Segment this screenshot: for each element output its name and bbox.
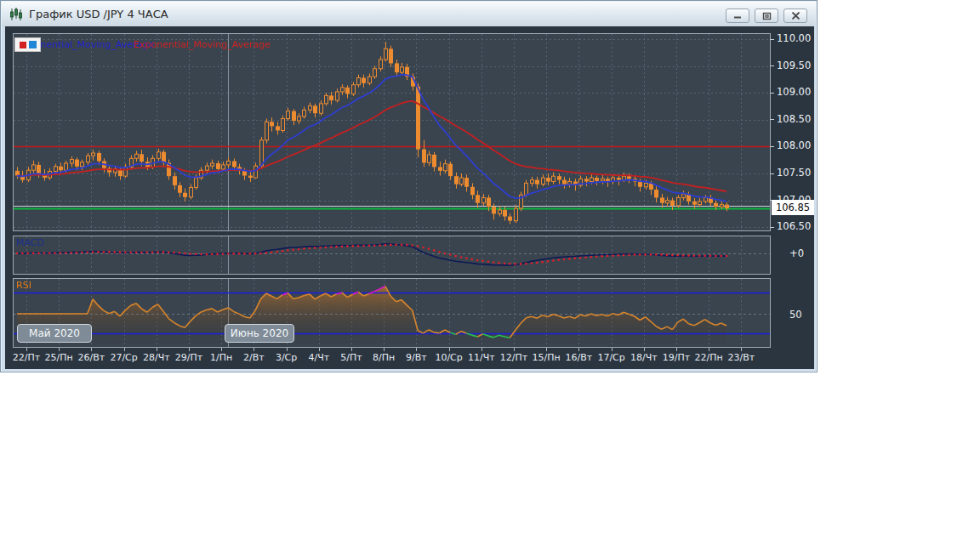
restore-button[interactable] [755,9,778,23]
price-tick-label: 106.50 [777,220,816,232]
date-axis-tick [416,348,417,351]
date-axis-tick [351,348,352,351]
price-tick-label: 110.00 [777,32,816,44]
date-axis-tick [741,348,742,351]
price-axis-tick [770,173,774,174]
desktop: { "window": { "title": "График USD /JPY … [0,0,980,551]
date-label: 23/Вт [722,352,760,363]
window-controls [726,9,807,23]
price-axis-tick [770,227,774,228]
date-axis-tick [644,348,645,351]
price-tick-label: 109.50 [777,60,816,71]
price-tick-label: 108.50 [777,113,816,125]
price-axis-tick [770,146,774,147]
macd-panel-label: MACD [16,237,44,248]
macd-canvas[interactable] [14,236,770,274]
legend-color-box [14,37,41,52]
price-axis-tick [770,119,774,120]
restore-icon [762,12,772,20]
date-axis-tick [157,348,157,351]
month-label-may: Май 2020 [17,324,92,343]
date-axis-tick [612,348,612,351]
price-axis-tick [770,65,774,66]
date-axis-tick [481,348,482,351]
price-chart-canvas[interactable] [14,34,770,230]
red-series-swatch-icon [20,42,26,48]
candlestick-chart-icon [9,8,24,21]
ema-slow-legend: Exponential_Moving_Average [134,39,271,50]
rsi-panel-label: RSI [16,280,31,291]
rsi-panel[interactable]: RSI Май 2020 Июнь 2020 [13,278,771,348]
close-button[interactable] [783,9,807,23]
date-axis-tick [319,348,320,351]
price-axis-tick [770,39,774,40]
date-axis-tick [59,348,60,351]
date-axis-tick [287,348,288,351]
blue-series-swatch-icon [29,41,37,48]
price-axis-tick [770,93,774,94]
date-axis-tick [26,348,27,351]
price-panel[interactable]: Exponential_Moving_Average Exponential_M… [13,33,771,231]
price-tick-label: 108.00 [777,139,816,151]
current-price-label: 106.85 [772,200,814,215]
date-axis-tick [514,348,515,351]
close-icon [791,12,801,20]
price-tick-label: 109.00 [777,86,816,98]
minimize-button[interactable] [726,9,749,23]
date-axis-tick [709,348,709,351]
chart-window: График USD /JPY 4 ЧАСА Exponential_Movin… [0,0,818,372]
window-title: График USD /JPY 4 ЧАСА [29,8,168,20]
rsi-canvas[interactable] [14,279,770,347]
date-axis-tick [254,348,254,351]
month-label-june: Июнь 2020 [225,324,294,343]
date-axis-tick [91,348,92,351]
date-axis-tick [578,348,579,351]
date-axis-tick [676,348,677,351]
titlebar[interactable]: График USD /JPY 4 ЧАСА [2,2,816,26]
macd-panel[interactable]: MACD [13,236,771,275]
date-axis-tick [384,348,385,351]
rsi-mid-label: 50 [789,309,802,321]
date-axis-tick [221,348,222,351]
minimize-icon [732,12,743,20]
date-axis-tick [546,348,547,351]
macd-zero-label: +0 [789,247,804,259]
date-axis-tick [189,348,190,351]
price-tick-label: 107.50 [777,167,816,179]
date-axis-tick [124,348,125,351]
date-axis-tick [449,348,450,351]
